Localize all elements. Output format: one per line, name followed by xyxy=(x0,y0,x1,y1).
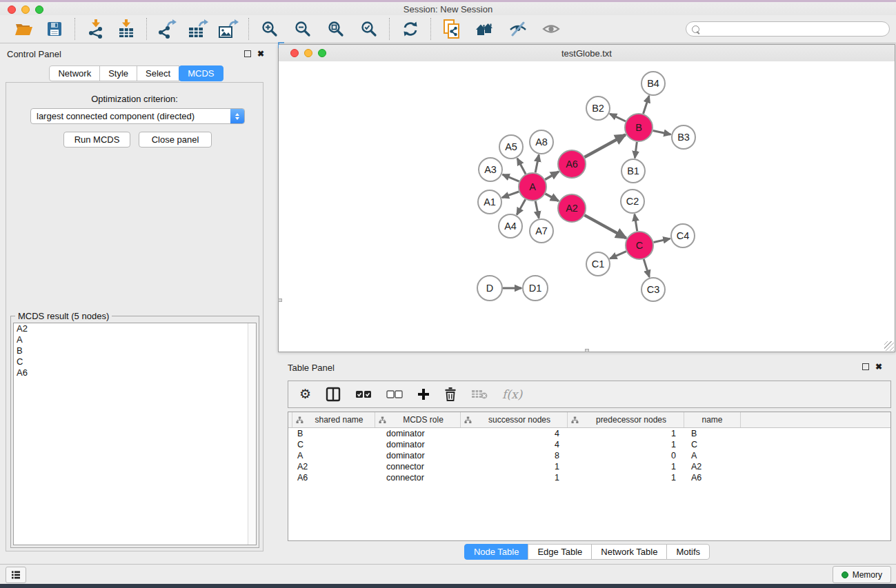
edge-A-A6[interactable] xyxy=(545,172,559,179)
edge-A6-B[interactable] xyxy=(584,135,625,157)
deselect-all-columns-icon[interactable] xyxy=(386,385,403,403)
network-window-titlebar[interactable]: testGlobe.txt xyxy=(279,45,895,62)
zoom-out-icon[interactable] xyxy=(292,19,313,39)
edge-C-C3[interactable] xyxy=(644,259,649,277)
node-label-B2: B2 xyxy=(592,103,604,114)
float-panel-icon[interactable] xyxy=(244,50,251,57)
node-table[interactable]: shared nameMCDS rolesuccessor nodesprede… xyxy=(288,412,891,541)
table-panel-controls: ✖ xyxy=(862,363,882,370)
dropdown-stepper-icon xyxy=(230,109,244,123)
table-row[interactable]: Adominator80A xyxy=(288,450,890,461)
edge-B-B1[interactable] xyxy=(635,142,637,158)
edge-A-A4[interactable] xyxy=(517,199,525,214)
show-columns-icon[interactable] xyxy=(326,385,341,403)
search-field[interactable] xyxy=(686,21,890,37)
search-input[interactable] xyxy=(703,23,889,35)
open-file-icon[interactable] xyxy=(14,19,34,39)
column-header-name[interactable]: name xyxy=(684,412,741,427)
close-panel-button[interactable]: Close panel xyxy=(139,132,212,148)
column-header-predecessor-nodes[interactable]: predecessor nodes xyxy=(568,412,684,427)
close-panel-icon[interactable]: ✖ xyxy=(875,363,882,370)
mcds-result-item[interactable]: B xyxy=(14,345,256,356)
mcds-result-item[interactable]: A6 xyxy=(14,367,256,378)
mcds-result-item[interactable]: A xyxy=(14,334,256,345)
float-panel-icon[interactable] xyxy=(862,363,869,370)
zoom-fit-icon[interactable] xyxy=(326,19,346,39)
column-header-successor-nodes[interactable]: successor nodes xyxy=(461,412,568,427)
select-all-columns-icon[interactable] xyxy=(355,385,372,403)
list-scrollbar[interactable] xyxy=(248,323,256,545)
import-network-file-icon[interactable] xyxy=(86,19,106,39)
eye-icon[interactable] xyxy=(541,19,561,39)
zoom-in-icon[interactable] xyxy=(259,19,280,39)
tab-motifs[interactable]: Motifs xyxy=(666,544,710,560)
delete-columns-icon[interactable] xyxy=(444,385,457,403)
edge-A-A2[interactable] xyxy=(545,194,558,201)
edge-A2-C[interactable] xyxy=(584,215,626,238)
network-canvas[interactable]: AA6A2BCA5A8A3A1A4A7B2B4B3B1C2C4C1C3DD1 xyxy=(279,61,895,352)
network-view-window[interactable]: testGlobe.txt AA6A2BCA5A8A3A1A4A7B2B4B3B… xyxy=(278,44,895,352)
edge-A-A3[interactable] xyxy=(503,174,519,181)
function-builder-icon[interactable]: f(x) xyxy=(502,385,522,403)
table-row[interactable]: A6connector11A6 xyxy=(288,472,890,483)
cell-MCDS-role: dominator xyxy=(375,429,461,438)
resize-grip-corner[interactable] xyxy=(884,341,894,351)
table-row[interactable]: Bdominator41B xyxy=(288,428,890,439)
export-network-icon[interactable] xyxy=(157,19,178,39)
edge-B-B2[interactable] xyxy=(610,114,626,121)
new-network-file-icon[interactable] xyxy=(441,19,462,39)
edge-C-C4[interactable] xyxy=(653,239,670,242)
houses-icon[interactable] xyxy=(475,19,495,39)
edge-A-A7[interactable] xyxy=(535,201,539,219)
tab-network[interactable]: Network xyxy=(49,65,100,81)
tab-mcds[interactable]: MCDS xyxy=(179,65,223,81)
column-header-shared-name[interactable]: shared name xyxy=(292,412,375,427)
edge-B-B4[interactable] xyxy=(644,96,650,114)
cell-MCDS-role: connector xyxy=(375,473,461,483)
delete-table-icon[interactable] xyxy=(471,385,488,403)
mcds-result-item[interactable]: A2 xyxy=(14,323,256,334)
resize-grip-bottom[interactable] xyxy=(585,349,589,352)
table-row[interactable]: A2connector11A2 xyxy=(288,461,890,472)
cell-predecessor-nodes: 1 xyxy=(568,462,684,472)
close-panel-icon[interactable]: ✖ xyxy=(257,50,264,57)
column-header-MCDS-role[interactable]: MCDS role xyxy=(375,412,461,427)
zoom-selected-icon[interactable] xyxy=(359,19,379,39)
mcds-result-list[interactable]: A2ABCA6 xyxy=(13,323,257,545)
table-row[interactable]: Cdominator41C xyxy=(288,439,890,450)
export-image-icon[interactable] xyxy=(218,19,239,39)
toolbar-separator xyxy=(389,18,390,40)
cell-predecessor-nodes: 1 xyxy=(568,473,684,483)
network-graph[interactable]: AA6A2BCA5A8A3A1A4A7B2B4B3B1C2C4C1C3DD1 xyxy=(279,61,895,352)
optimization-dropdown-value: largest connected component (directed) xyxy=(31,111,230,121)
run-mcds-button[interactable]: Run MCDS xyxy=(63,132,130,148)
apply-layout-icon[interactable] xyxy=(400,19,421,39)
table-mode-gear-icon[interactable]: ⚙ xyxy=(299,385,311,403)
search-icon xyxy=(692,26,699,33)
tab-network-table[interactable]: Network Table xyxy=(591,544,667,560)
memory-button[interactable]: Memory xyxy=(833,566,891,583)
edge-A-A5[interactable] xyxy=(517,159,526,174)
edge-A-A1[interactable] xyxy=(502,192,519,198)
tab-edge-table[interactable]: Edge Table xyxy=(528,544,592,560)
save-session-icon[interactable] xyxy=(44,19,65,39)
tab-style[interactable]: Style xyxy=(99,65,137,81)
mcds-result-item[interactable]: C xyxy=(14,356,256,367)
node-label-A: A xyxy=(529,181,536,192)
cell-name: A xyxy=(684,451,741,460)
optimization-dropdown[interactable]: largest connected component (directed) xyxy=(30,108,245,124)
tab-node-table[interactable]: Node Table xyxy=(464,544,529,560)
resize-grip-left[interactable] xyxy=(278,298,282,302)
edge-C-C2[interactable] xyxy=(635,214,637,231)
column-type-icon xyxy=(296,416,303,424)
task-history-button[interactable] xyxy=(6,567,26,583)
tab-select[interactable]: Select xyxy=(137,65,179,81)
create-column-icon[interactable] xyxy=(417,385,430,403)
edge-A-A8[interactable] xyxy=(535,155,539,173)
import-table-file-icon[interactable] xyxy=(116,19,137,39)
eye-slash-icon[interactable] xyxy=(508,19,528,39)
edge-B-B3[interactable] xyxy=(653,130,671,134)
app-title: Session: New Session xyxy=(0,4,896,14)
edge-C-C1[interactable] xyxy=(610,252,626,259)
export-table-icon[interactable] xyxy=(188,19,208,39)
